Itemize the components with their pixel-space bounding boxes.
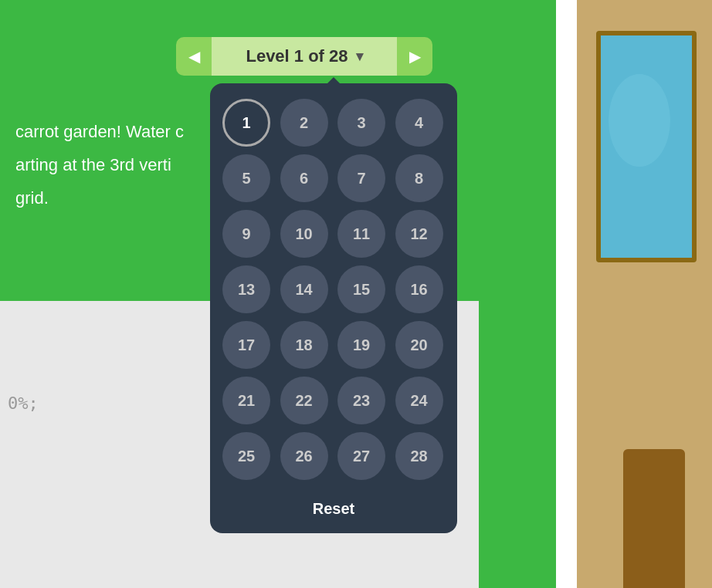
level-grid: 1234567891011121314151617181920212223242… <box>222 99 445 480</box>
level-button-23[interactable]: 23 <box>337 377 385 424</box>
level-button-26[interactable]: 26 <box>280 432 328 480</box>
level-dropdown-panel: 1234567891011121314151617181920212223242… <box>210 83 457 533</box>
level-button-13[interactable]: 13 <box>222 265 270 313</box>
house-panel <box>561 0 712 588</box>
next-level-button[interactable]: ▶ <box>397 37 432 76</box>
window-wave-decoration <box>609 74 670 167</box>
house-window <box>596 31 697 262</box>
prev-level-button[interactable]: ◀ <box>176 37 212 76</box>
level-button-17[interactable]: 17 <box>222 321 270 369</box>
house-wall <box>577 0 712 588</box>
level-button-22[interactable]: 22 <box>280 377 328 424</box>
level-button-5[interactable]: 5 <box>222 154 270 202</box>
level-button-12[interactable]: 12 <box>395 210 443 258</box>
level-button-28[interactable]: 28 <box>395 432 443 480</box>
code-display: 0%; <box>8 394 39 413</box>
level-label-button[interactable]: Level 1 of 28 ▾ <box>212 37 397 76</box>
level-button-21[interactable]: 21 <box>222 377 270 424</box>
level-button-8[interactable]: 8 <box>395 154 443 202</box>
level-button-20[interactable]: 20 <box>395 321 443 369</box>
instruction-line-2: arting at the 3rd verti <box>15 154 216 177</box>
level-button-6[interactable]: 6 <box>280 154 328 202</box>
level-button-27[interactable]: 27 <box>337 432 385 480</box>
chevron-down-icon: ▾ <box>356 48 363 65</box>
current-level-text: Level 1 of 28 <box>246 46 348 66</box>
level-button-2[interactable]: 2 <box>280 99 328 147</box>
level-button-19[interactable]: 19 <box>337 321 385 369</box>
level-selector-bar: ◀ Level 1 of 28 ▾ ▶ <box>176 37 432 76</box>
level-button-18[interactable]: 18 <box>280 321 328 369</box>
level-button-4[interactable]: 4 <box>395 99 443 147</box>
instruction-line-3: grid. <box>15 187 216 211</box>
level-button-9[interactable]: 9 <box>222 210 270 258</box>
house-door <box>623 449 685 588</box>
instruction-line-1: carrot garden! Water c <box>15 120 216 144</box>
level-button-15[interactable]: 15 <box>337 265 385 313</box>
reset-row: Reset <box>222 491 445 525</box>
level-button-10[interactable]: 10 <box>280 210 328 258</box>
level-button-1[interactable]: 1 <box>222 99 270 147</box>
level-button-14[interactable]: 14 <box>280 265 328 313</box>
instructions-area: carrot garden! Water c arting at the 3rd… <box>0 108 232 231</box>
level-button-3[interactable]: 3 <box>337 99 385 147</box>
level-button-7[interactable]: 7 <box>337 154 385 202</box>
level-button-16[interactable]: 16 <box>395 265 443 313</box>
level-button-11[interactable]: 11 <box>337 210 385 258</box>
reset-button[interactable]: Reset <box>297 495 370 522</box>
level-button-25[interactable]: 25 <box>222 432 270 480</box>
level-button-24[interactable]: 24 <box>395 377 443 424</box>
